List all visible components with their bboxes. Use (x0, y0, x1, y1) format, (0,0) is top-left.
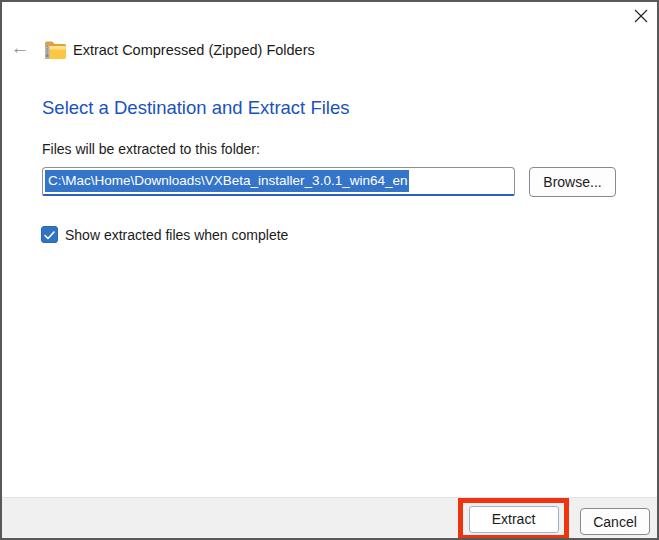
zipped-folder-icon (44, 40, 67, 60)
extract-button[interactable]: Extract (469, 506, 559, 533)
extract-wizard-dialog: ← Extract Compressed (Zipped) Folders Se… (0, 0, 659, 540)
back-arrow-icon[interactable]: ← (10, 38, 30, 58)
browse-button[interactable]: Browse... (529, 167, 616, 197)
destination-label: Files will be extracted to this folder: (42, 141, 260, 157)
show-files-checkbox-row: Show extracted files when complete (41, 226, 288, 243)
dialog-title: Extract Compressed (Zipped) Folders (73, 42, 315, 58)
cancel-button[interactable]: Cancel (580, 508, 650, 535)
destination-path-input[interactable]: C:\Mac\Home\Downloads\VXBeta_installer_3… (42, 167, 515, 196)
checkmark-icon (44, 226, 55, 244)
close-button[interactable] (631, 6, 651, 26)
red-highlight-annotation: Extract (458, 498, 569, 540)
show-files-checkbox-label: Show extracted files when complete (65, 227, 288, 243)
close-icon (634, 9, 648, 23)
destination-path-value: C:\Mac\Home\Downloads\VXBeta_installer_3… (45, 170, 409, 192)
show-files-checkbox[interactable] (41, 226, 58, 243)
page-title: Select a Destination and Extract Files (42, 97, 349, 119)
